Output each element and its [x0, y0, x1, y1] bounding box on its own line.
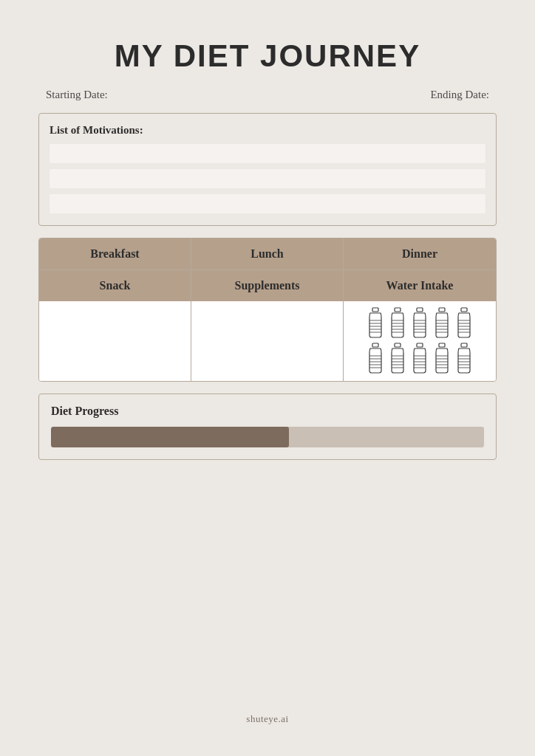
starting-date-label: Starting Date:	[46, 89, 108, 101]
meal-header-supplements: Supplements	[191, 270, 343, 301]
footer-text: shuteye.ai	[246, 713, 288, 725]
svg-rect-42	[417, 343, 423, 347]
motivation-line-3[interactable]	[50, 194, 485, 213]
motivation-line-2[interactable]	[50, 169, 485, 188]
svg-rect-36	[395, 343, 401, 347]
bottle-icon	[410, 343, 429, 375]
svg-rect-54	[461, 343, 467, 347]
meal-cell-lunch: Lunch	[191, 238, 344, 270]
motivation-line-1[interactable]	[50, 144, 485, 163]
svg-rect-30	[372, 343, 378, 347]
dates-row: Starting Date: Ending Date:	[38, 89, 497, 101]
meal-header-water: Water Intake	[344, 270, 496, 301]
bottle-icon	[388, 343, 407, 375]
meal-header-breakfast: Breakfast	[39, 238, 191, 269]
meal-grid: Breakfast Lunch Dinner Snack Supplements…	[38, 238, 497, 382]
bottle-icon	[410, 307, 429, 340]
progress-fill	[51, 427, 289, 447]
progress-label: Diet Progress	[51, 405, 484, 418]
bottle-icon	[454, 343, 474, 375]
svg-rect-0	[372, 308, 378, 312]
meal-body-supplements[interactable]	[191, 301, 343, 381]
bottle-icon	[432, 343, 451, 375]
water-row-1	[366, 307, 474, 340]
ending-date-label: Ending Date:	[430, 89, 489, 101]
motivations-label: List of Motivations:	[50, 124, 485, 137]
meal-cell-breakfast: Breakfast	[39, 238, 191, 270]
bottle-icon	[388, 307, 407, 340]
bottle-icon	[366, 307, 385, 340]
meal-cell-water: Water Intake	[344, 270, 496, 381]
meal-header-dinner: Dinner	[344, 238, 496, 269]
water-body	[344, 301, 496, 381]
progress-box: Diet Progress	[38, 394, 497, 460]
page-title: MY DIET JOURNEY	[115, 38, 420, 74]
svg-rect-24	[461, 308, 467, 312]
meal-body-snack[interactable]	[39, 301, 191, 381]
meal-cell-dinner: Dinner	[344, 238, 496, 270]
bottle-icon	[366, 343, 385, 375]
svg-rect-12	[417, 308, 423, 312]
progress-track	[51, 427, 484, 447]
bottle-icon	[454, 307, 474, 340]
water-row-2	[366, 343, 474, 375]
svg-rect-48	[439, 343, 445, 347]
svg-rect-18	[439, 308, 445, 312]
svg-rect-6	[395, 308, 401, 312]
motivations-box: List of Motivations:	[38, 113, 497, 226]
meal-header-snack: Snack	[39, 270, 191, 301]
meal-cell-supplements: Supplements	[191, 270, 344, 381]
bottle-icon	[432, 307, 451, 340]
meal-header-lunch: Lunch	[191, 238, 343, 269]
page: MY DIET JOURNEY Starting Date: Ending Da…	[16, 16, 519, 740]
meal-cell-snack: Snack	[39, 270, 191, 381]
